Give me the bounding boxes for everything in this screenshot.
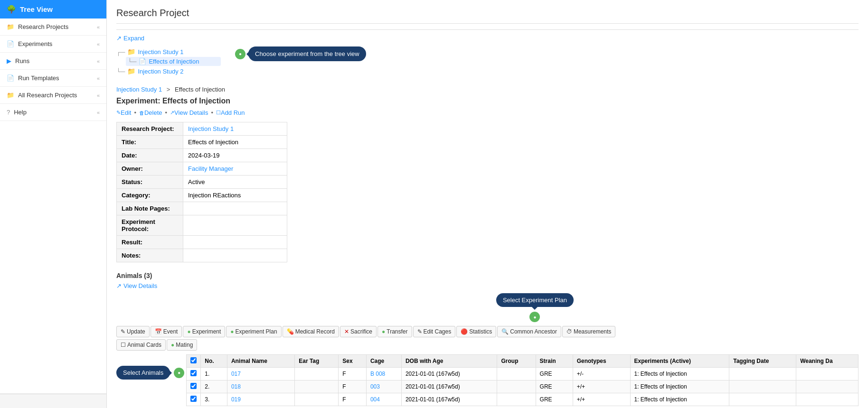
tree-node-effects[interactable]: └─ 📄 Effects of Injection	[126, 57, 221, 66]
transfer-btn[interactable]: ● Transfer	[377, 326, 412, 337]
value-result	[183, 236, 287, 249]
experiment-plan-btn[interactable]: ● Experiment Plan	[226, 326, 281, 337]
cage-link-2[interactable]: 003	[370, 383, 380, 390]
update-label: Update	[127, 328, 145, 335]
th-no: No.	[201, 355, 227, 368]
chevron-help: «	[97, 110, 100, 115]
cage-link-3[interactable]: 004	[370, 396, 380, 403]
sacrifice-icon: ✕	[344, 328, 349, 335]
view-details-link[interactable]: View Details	[174, 109, 208, 116]
row-2-checkbox[interactable]	[190, 383, 197, 389]
edit-cages-label: Edit Cages	[424, 328, 452, 335]
add-run-icon: ☐	[216, 110, 221, 116]
value-status: Active	[183, 176, 287, 189]
td-strain-1: GRE	[536, 368, 573, 380]
label-result: Result:	[117, 236, 183, 249]
tree-link-injection-study-2[interactable]: Injection Study 2	[138, 68, 183, 75]
edit-link[interactable]: Edit	[121, 109, 131, 116]
page-title: Research Project	[116, 8, 859, 24]
exp-plan-dot[interactable]: ●	[529, 312, 540, 322]
chevron-runs: «	[97, 58, 100, 64]
main-content: Research Project ↗ Expand ┌─ 📁 Injection…	[107, 0, 868, 408]
sidebar-item-runs[interactable]: ▶ Runs «	[0, 53, 106, 70]
cage-link-1[interactable]: B 008	[370, 371, 385, 377]
table-row: 1. 017 F B 008 2021-01-01 (167w5d) GRE +…	[187, 368, 859, 380]
event-icon: 📅	[155, 328, 162, 335]
chevron-experiments: «	[97, 41, 100, 47]
mating-btn[interactable]: ● Mating	[167, 339, 197, 351]
sidebar-label-run-templates: Run Templates	[18, 74, 59, 82]
tree-node-injection-study-1[interactable]: ┌─ 📁 Injection Study 1	[116, 46, 221, 57]
event-btn[interactable]: 📅 Event	[151, 326, 182, 337]
edit-cages-icon: ✎	[417, 328, 422, 335]
td-cage-2: 003	[366, 380, 401, 393]
animals-section: Animals (3) ↗ View Details Select Experi…	[116, 272, 859, 406]
view-details-animals-link-wrapper: ↗ View Details	[116, 282, 157, 293]
table-row: 2. 018 F 003 2021-01-01 (167w5d) GRE +/+…	[187, 380, 859, 393]
tree-link-effects[interactable]: Effects of Injection	[149, 58, 199, 65]
td-dob-2: 2021-01-01 (167w5d)	[401, 380, 497, 393]
select-all-checkbox[interactable]	[190, 357, 197, 363]
td-dob-3: 2021-01-01 (167w5d)	[401, 393, 497, 406]
sidebar-item-help[interactable]: ? Help «	[0, 104, 106, 121]
experiment-title: Experiment: Effects of Injection	[116, 97, 859, 105]
value-lab-notes	[183, 202, 287, 215]
animal-link-2[interactable]: 018	[231, 383, 241, 390]
th-ear-tag: Ear Tag	[295, 355, 339, 368]
mating-label: Mating	[176, 342, 193, 348]
expand-link[interactable]: ↗ Expand	[116, 35, 144, 42]
delete-link[interactable]: Delete	[144, 109, 162, 116]
value-protocol	[183, 215, 287, 236]
animal-link-3[interactable]: 019	[231, 396, 241, 403]
tree-view: ┌─ 📁 Injection Study 1 └─ 📄 Effects of I…	[116, 46, 221, 76]
animal-cards-btn[interactable]: ☐ Animal Cards	[116, 339, 166, 351]
animal-link-1[interactable]: 017	[231, 371, 241, 377]
breadcrumb-project-link[interactable]: Injection Study 1	[116, 86, 162, 93]
exp-plan-area: ↗ View Details Select Experiment Plan ●	[116, 282, 859, 322]
detail-row-notes: Notes:	[117, 249, 287, 262]
tree-tooltip-wrapper: ● Choose experiment from the tree view	[235, 46, 366, 61]
add-run-link[interactable]: Add Run	[221, 109, 245, 116]
measurements-btn[interactable]: ⏱ Measurements	[562, 326, 615, 337]
owner-link[interactable]: Facility Manager	[188, 165, 233, 172]
td-ear-3	[295, 393, 339, 406]
row-3-checkbox[interactable]	[190, 396, 197, 402]
tree-node-injection-study-2[interactable]: └─ 📁 Injection Study 2	[116, 66, 221, 76]
view-details-animals-link[interactable]: ↗ View Details	[116, 282, 157, 289]
row-1-checkbox[interactable]	[190, 370, 197, 376]
select-animals-dot[interactable]: ●	[174, 368, 184, 378]
tree-link-injection-study-1[interactable]: Injection Study 1	[138, 48, 183, 56]
sidebar-item-all-research[interactable]: 📁 All Research Projects «	[0, 87, 106, 104]
event-label: Event	[163, 328, 178, 335]
medical-record-btn[interactable]: 💊 Medical Record	[283, 326, 339, 337]
detail-row-research-project: Research Project: Injection Study 1	[117, 122, 287, 136]
tree-line-2: └─	[128, 58, 136, 65]
sidebar-header: 🌳 Tree View	[0, 0, 106, 19]
common-ancestor-btn[interactable]: 🔍 Common Ancestor	[497, 326, 561, 337]
tree-line-3: └─	[116, 68, 125, 75]
tree-line-1: ┌─	[116, 48, 125, 56]
th-checkbox	[187, 355, 201, 368]
statistics-btn[interactable]: 🔴 Statistics	[456, 326, 496, 337]
experiment-plan-icon: ●	[230, 328, 234, 335]
sidebar-scrollbar[interactable]	[0, 394, 106, 408]
measurements-label: Measurements	[574, 328, 611, 335]
sidebar-item-research-projects[interactable]: 📁 Research Projects «	[0, 19, 106, 36]
sacrifice-btn[interactable]: ✕ Sacrifice	[340, 326, 377, 337]
research-projects-icon: 📁	[7, 23, 14, 30]
label-category: Category:	[117, 189, 183, 202]
help-icon: ?	[7, 109, 10, 116]
sidebar-item-experiments[interactable]: 📄 Experiments «	[0, 36, 106, 53]
table-row: 3. 019 F 004 2021-01-01 (167w5d) GRE +/+…	[187, 393, 859, 406]
sidebar-title: Tree View	[20, 5, 53, 13]
sep-1: •	[134, 109, 136, 116]
table-scroll: No. Animal Name Ear Tag Sex Cage DOB wit…	[186, 354, 859, 406]
td-group-1	[497, 368, 536, 380]
td-weaning-3	[796, 393, 859, 406]
edit-cages-btn[interactable]: ✎ Edit Cages	[413, 326, 456, 337]
research-project-link[interactable]: Injection Study 1	[188, 125, 234, 132]
update-btn[interactable]: ✎ Update	[116, 326, 150, 337]
sidebar-item-run-templates[interactable]: 📄 Run Templates «	[0, 70, 106, 87]
experiment-btn[interactable]: ● Experiment	[183, 326, 225, 337]
sidebar: 🌳 Tree View 📁 Research Projects « 📄 Expe…	[0, 0, 107, 408]
